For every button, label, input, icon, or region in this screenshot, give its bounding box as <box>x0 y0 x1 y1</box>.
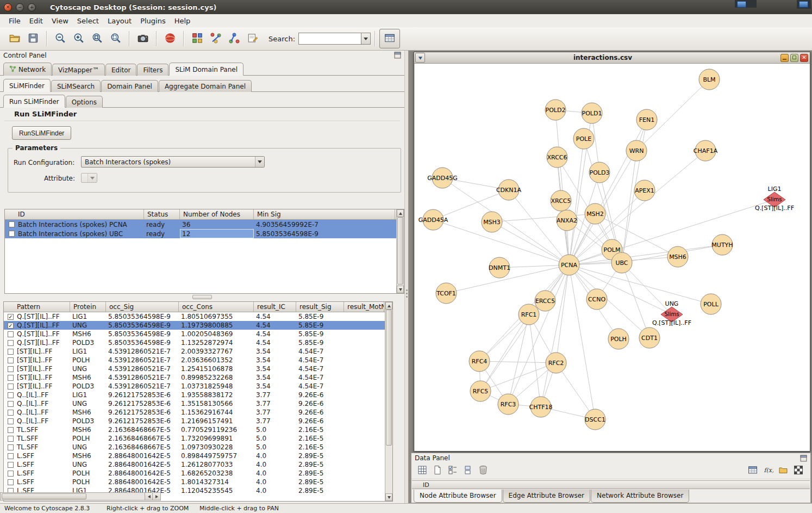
column-header-result-motnum[interactable]: result_MotNum <box>344 302 384 312</box>
tab-network-attribute-browser[interactable]: Network Attribute Browser <box>591 490 689 503</box>
menu-item-help[interactable]: Help <box>170 15 195 27</box>
row-checkbox[interactable] <box>9 221 15 227</box>
table-row[interactable]: Q..[IL]..FFUNG9.26121752853E-61.35158130… <box>4 399 392 408</box>
row-checkbox[interactable] <box>8 331 14 337</box>
annotation-button[interactable] <box>243 29 262 48</box>
scrollbar-thumb[interactable] <box>2 493 86 499</box>
menu-item-edit[interactable]: Edit <box>25 15 47 27</box>
tab-network[interactable]: Network <box>3 63 52 76</box>
layout-spring-button[interactable] <box>207 29 225 48</box>
network-window-titlebar[interactable]: interactions.csv ✕ <box>414 52 810 64</box>
row-checkbox[interactable] <box>8 436 14 442</box>
attribute-pair-button[interactable] <box>460 463 476 478</box>
network-edge[interactable] <box>529 314 541 407</box>
inner-close-button[interactable]: ✕ <box>800 54 808 62</box>
column-header-protein[interactable]: Protein <box>70 302 106 312</box>
run-slimfinder-button[interactable]: RunSLiMFinder <box>12 126 71 140</box>
subtab-domain-panel[interactable]: Domain Panel <box>101 80 158 92</box>
table-row[interactable]: Batch Interactions (spokes) PCNAready364… <box>5 220 404 229</box>
row-checkbox[interactable] <box>8 357 14 363</box>
row-checkbox[interactable]: ✓ <box>8 314 14 320</box>
grid-layout-button[interactable] <box>188 29 207 48</box>
inner-maximize-button[interactable] <box>790 54 798 62</box>
network-edge[interactable] <box>508 314 529 404</box>
row-checkbox[interactable] <box>8 479 14 485</box>
row-checkbox[interactable] <box>9 231 15 237</box>
window-close-button[interactable]: ✕ <box>4 3 12 11</box>
control-panel-splitbar[interactable] <box>404 50 409 503</box>
subtab-slimfinder[interactable]: SLiMFinder <box>3 79 51 92</box>
zoom-selected-button[interactable] <box>107 29 125 48</box>
delete-attribute-button[interactable] <box>476 463 491 478</box>
tab-filters[interactable]: Filters <box>137 64 168 76</box>
row-checkbox[interactable] <box>8 340 14 346</box>
menu-item-layout[interactable]: Layout <box>103 15 136 27</box>
network-canvas[interactable]: BLMPOLD2POLD1FEN1POLEWRNCHAF1AXRCC6POLD3… <box>415 64 810 451</box>
panel-splitter[interactable] <box>0 293 404 301</box>
scroll-up-button[interactable] <box>397 209 404 217</box>
row-checkbox[interactable] <box>8 444 14 450</box>
row-checkbox[interactable] <box>8 375 14 381</box>
network-edge[interactable] <box>569 265 595 419</box>
column-header-status[interactable]: Status <box>144 209 180 219</box>
network-edge[interactable] <box>622 263 649 338</box>
column-header-occ-sig[interactable]: occ_Sig <box>106 302 179 312</box>
table-row[interactable]: TL.SFFPOLH2.16368468667E-51.732096998915… <box>4 434 392 443</box>
attribute-browser-button[interactable] <box>379 29 400 48</box>
subtab-aggregate-domain-panel[interactable]: Aggregate Domain Panel <box>159 80 252 92</box>
column-header-pattern[interactable]: Pattern <box>4 302 70 312</box>
innertab-options[interactable]: Options <box>66 96 103 108</box>
search-input[interactable] <box>298 33 361 45</box>
tab-edge-attribute-browser[interactable]: Edge Attribute Browser <box>503 490 590 503</box>
table-row[interactable]: L.SFFMSH62.88648001642E-50.8984497597574… <box>4 452 392 460</box>
network-edge[interactable] <box>555 110 569 265</box>
row-checkbox[interactable] <box>8 366 14 372</box>
table-row[interactable]: [ST][IL]..FFPOLD34.53912860521E-71.03731… <box>4 382 392 391</box>
scrollbar-thumb[interactable] <box>397 217 403 285</box>
table-row[interactable]: L.SFFPOLH2.88648001642E-51.682652032384.… <box>4 469 392 478</box>
table-row[interactable]: Batch Interactions (spokes) UBCready125.… <box>5 229 404 238</box>
vizmapper-button[interactable] <box>161 29 179 48</box>
table-row[interactable]: [ST][IL]..FFUNG4.53912860521E-71.2541510… <box>4 364 392 373</box>
row-checkbox[interactable] <box>8 410 14 416</box>
scrollbar-thumb[interactable] <box>386 310 392 446</box>
network-edge[interactable] <box>480 314 529 391</box>
row-checkbox[interactable] <box>8 462 14 468</box>
tab-editor[interactable]: Editor <box>105 64 137 76</box>
vertical-scrollbar[interactable] <box>385 302 392 501</box>
horizontal-scrollbar[interactable] <box>0 492 161 500</box>
network-edge[interactable] <box>569 245 722 265</box>
layout-organic-button[interactable] <box>225 29 243 48</box>
snapshot-button[interactable] <box>134 29 152 48</box>
column-header-number-of-nodes[interactable]: Number of Nodes <box>180 209 254 219</box>
column-header-id[interactable]: ID <box>5 209 144 219</box>
window-minimize-button[interactable]: − <box>16 3 24 11</box>
row-checkbox[interactable] <box>8 427 14 433</box>
table-row[interactable]: ✓Q.[ST][IL]..FFUNG5.85035364598E-91.1973… <box>4 321 392 330</box>
table-row[interactable]: Q..[IL]..FFMSH69.26121752853E-61.1536291… <box>4 408 392 417</box>
attribute-matrix-button[interactable] <box>791 463 806 478</box>
scroll-right-button[interactable] <box>152 493 160 500</box>
save-session-button[interactable] <box>24 29 42 48</box>
float-panel-icon[interactable] <box>394 52 401 59</box>
table-row[interactable]: [ST][IL]..FFPOLH4.53912860521E-72.036366… <box>4 356 392 364</box>
scroll-down-button[interactable] <box>385 493 392 501</box>
run-configuration-select[interactable]: Batch Interactors (spokes) <box>81 156 265 168</box>
attribute-table-button[interactable] <box>745 463 760 478</box>
column-header-occ-cons[interactable]: occ_Cons <box>179 302 254 312</box>
row-checkbox[interactable] <box>8 384 14 390</box>
row-checkbox[interactable] <box>8 453 14 459</box>
innertab-run-slimfinder[interactable]: Run SLiMFinder <box>3 95 65 108</box>
search-dropdown-button[interactable] <box>361 33 371 45</box>
open-session-button[interactable] <box>5 29 24 48</box>
vertical-scrollbar[interactable] <box>396 209 404 293</box>
network-edge[interactable] <box>492 214 595 222</box>
network-edge[interactable] <box>622 263 672 314</box>
table-row[interactable]: Q..[IL]..FFPOLD39.26121752853E-61.216961… <box>4 417 392 425</box>
subtab-slimsearch[interactable]: SLiMSearch <box>51 80 101 92</box>
inner-minimize-button[interactable] <box>780 54 789 62</box>
attribute-checklist-button[interactable] <box>445 463 460 478</box>
scroll-down-button[interactable] <box>397 286 404 293</box>
table-row[interactable]: Q.[ST][IL]..FFPOLD35.85035364598E-91.132… <box>4 338 392 347</box>
table-row[interactable]: TL.SFFUNG2.16368468667E-51.097309302285.… <box>4 443 392 452</box>
